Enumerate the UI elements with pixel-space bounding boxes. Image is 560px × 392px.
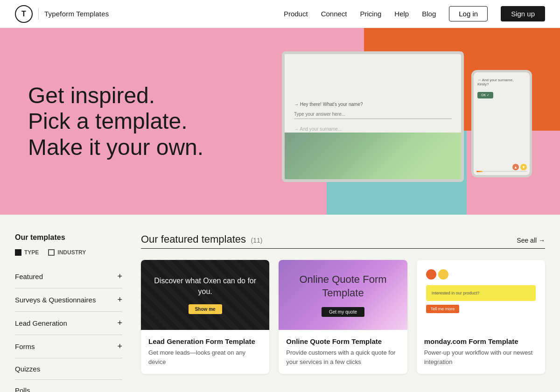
navbar-left: T Typeform Templates [15, 5, 284, 23]
templates-title-block: Our featured templates (11) [141, 233, 262, 245]
card-body-lead-gen: Lead Generation Form Template Get more l… [141, 330, 269, 374]
template-card-lead-gen[interactable]: Discover what Oxen can do for you. Show … [141, 260, 269, 374]
see-all-link[interactable]: See all → [517, 237, 545, 244]
phone-nav-up: ▲ [512, 164, 519, 170]
sidebar-item-polls[interactable]: Polls [15, 380, 122, 392]
toggle-industry[interactable]: INDUSTRY [48, 249, 86, 256]
lead-gen-thumb-bg: Discover what Oxen can do for you. Show … [141, 260, 269, 330]
card-thumb-online-quote: Online Quote Form Template Get my quote [279, 260, 407, 330]
phone-progress-bar [476, 171, 527, 172]
card-title-lead-gen: Lead Generation Form Template [148, 337, 262, 345]
card-title-online-quote: Online Quote Form Template [286, 337, 399, 345]
laptop-bg-image [285, 133, 461, 179]
phone-progress-fill [476, 171, 483, 172]
card-desc-online-quote: Provide customers with a quick quote for… [286, 348, 399, 366]
brand-name: Typeform Templates [44, 10, 109, 18]
templates-header: Our featured templates (11) See all → [141, 233, 545, 245]
hero-mockup: → Hey there! What's your name? → And you… [282, 51, 532, 182]
sidebar-item-quizzes[interactable]: Quizzes [15, 358, 122, 380]
templates-count: (11) [251, 237, 262, 244]
hero-text: Get inspired. Pick a template. Make it y… [0, 83, 231, 160]
navbar: T Typeform Templates Product Connect Pri… [0, 0, 560, 28]
templates-grid: Discover what Oxen can do for you. Show … [141, 260, 545, 374]
sidebar: Our templates TYPE INDUSTRY Featured + S… [15, 233, 122, 392]
card-thumb-lead-gen: Discover what Oxen can do for you. Show … [141, 260, 269, 330]
nav-blog[interactable]: Blog [422, 10, 436, 18]
sidebar-item-forms[interactable]: Forms + [15, 335, 122, 358]
signup-button[interactable]: Sign up [501, 6, 545, 21]
nav-connect[interactable]: Connect [321, 10, 347, 18]
phone-ok-btn: OK ✓ [477, 92, 493, 98]
featured-expand-icon: + [117, 272, 122, 281]
hero-heading: Get inspired. Pick a template. Make it y… [28, 83, 203, 160]
card-desc-lead-gen: Get more leads—looks great on any device [148, 348, 262, 366]
phone-mockup: → And your surname, Kirsty? OK ✓ ▲ ▼ [471, 70, 532, 177]
phone-nav: ▲ ▼ [512, 164, 527, 170]
monday-dot-orange [426, 269, 436, 280]
laptop-question: → Hey there! What's your name? [294, 102, 363, 107]
templates-title: Our featured templates [141, 233, 246, 245]
templates-divider [141, 248, 545, 249]
card-body-online-quote: Online Quote Form Template Provide custo… [279, 330, 407, 374]
laptop-question2: → And your surname... [294, 126, 342, 132]
monday-cta-btn: Tell me more [426, 305, 460, 313]
type-checkbox[interactable] [15, 249, 21, 256]
hero-section: Get inspired. Pick a template. Make it y… [0, 28, 560, 215]
card-title-monday: monday.com Form Template [424, 337, 538, 345]
online-quote-thumb-btn: Get my quote [322, 307, 364, 317]
leadgen-expand-icon: + [117, 318, 122, 328]
sidebar-item-surveys[interactable]: Surveys & Questionnaires + [15, 288, 122, 312]
laptop-input [294, 110, 452, 119]
sidebar-toggle: TYPE INDUSTRY [15, 249, 122, 256]
monday-promo-text: Interested in our product? [426, 285, 536, 301]
monday-logo [426, 269, 448, 280]
toggle-type[interactable]: TYPE [15, 249, 39, 256]
card-body-monday: monday.com Form Template Power-up your w… [417, 330, 545, 374]
nav-pricing[interactable]: Pricing [360, 10, 382, 18]
surveys-expand-icon: + [117, 295, 122, 305]
online-quote-thumb-text: Online Quote Form Template [288, 273, 398, 300]
template-card-monday[interactable]: Interested in our product? Tell me more … [417, 260, 545, 374]
monday-dot-yellow [438, 269, 448, 280]
nav-product[interactable]: Product [284, 10, 308, 18]
sidebar-item-featured[interactable]: Featured + [15, 265, 122, 288]
forms-expand-icon: + [117, 342, 122, 351]
template-card-online-quote[interactable]: Online Quote Form Template Get my quote … [279, 260, 407, 374]
sidebar-item-lead-gen[interactable]: Lead Generation + [15, 312, 122, 335]
login-button[interactable]: Log in [449, 6, 488, 21]
laptop-mockup: → Hey there! What's your name? → And you… [282, 51, 464, 182]
diamond-pattern [141, 260, 269, 330]
navbar-right: Product Connect Pricing Help Blog Log in… [284, 6, 545, 21]
monday-thumb-bg: Interested in our product? Tell me more [417, 260, 545, 330]
nav-help[interactable]: Help [394, 10, 409, 18]
nav-divider [38, 8, 39, 20]
card-desc-monday: Power-up your workflow with our newest i… [424, 348, 538, 366]
online-quote-thumb-bg: Online Quote Form Template Get my quote [279, 260, 407, 330]
phone-nav-down: ▼ [520, 164, 527, 170]
card-thumb-monday: Interested in our product? Tell me more [417, 260, 545, 330]
templates-section: Our featured templates (11) See all → Di… [141, 233, 545, 392]
phone-question: → And your surname, Kirsty? [477, 78, 526, 86]
main-content: Our templates TYPE INDUSTRY Featured + S… [0, 215, 560, 392]
sidebar-title: Our templates [15, 233, 122, 242]
phone-screen: → And your surname, Kirsty? OK ✓ [474, 72, 530, 175]
industry-checkbox[interactable] [48, 249, 55, 256]
logo-icon[interactable]: T [15, 5, 33, 23]
